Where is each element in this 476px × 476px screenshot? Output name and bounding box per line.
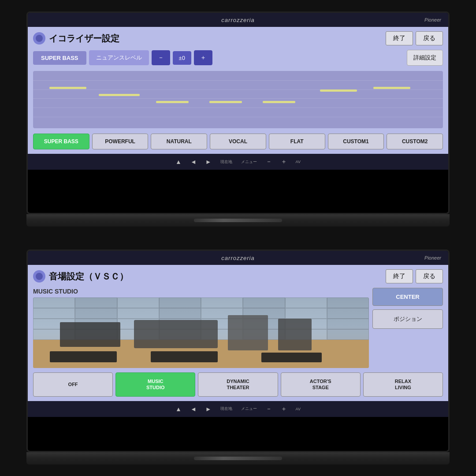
instrument-speaker bbox=[278, 319, 312, 350]
tile bbox=[285, 308, 327, 319]
eq-back-button[interactable]: 戻る bbox=[416, 31, 443, 45]
eq-detail-button[interactable]: 詳細設定 bbox=[407, 50, 443, 66]
ctrl-vol-minus[interactable]: － bbox=[266, 158, 272, 166]
vsc-center-button[interactable]: CENTER bbox=[372, 288, 443, 306]
eq-title-bar: イコライザー設定 終了 戻る bbox=[33, 31, 443, 45]
vsc-title: 音場設定（ＶＳＣ） bbox=[49, 271, 383, 283]
pioneer-label-2: Pioneer bbox=[424, 255, 441, 260]
ctrl-vol-minus-2[interactable]: － bbox=[266, 405, 272, 413]
vsc-icon-inner bbox=[36, 273, 43, 280]
tile bbox=[75, 308, 117, 319]
eq-superbass-button[interactable]: SUPER BASS bbox=[33, 51, 86, 65]
ctrl-right[interactable]: ► bbox=[205, 158, 212, 165]
device-frame-1: carrozzeria Pioneer イコライザー設定 終了 戻る SUPER… bbox=[26, 11, 450, 214]
preset-powerful[interactable]: POWERFUL bbox=[92, 134, 149, 149]
vsc-screen: 音場設定（ＶＳＣ） 終了 戻る MUSIC STUDIO bbox=[28, 265, 448, 401]
eq-slider-4[interactable] bbox=[209, 101, 242, 103]
chrome-2 bbox=[26, 452, 450, 465]
control-bar-2: ▲ ◄ ► 現在地 メニュー － ＋ AV bbox=[28, 401, 448, 417]
brand-bar-1: carrozzeria Pioneer bbox=[28, 13, 448, 27]
eq-slider-6[interactable] bbox=[320, 89, 357, 92]
instrument-drums bbox=[134, 320, 218, 348]
eq-grid bbox=[33, 71, 443, 128]
eq-graph bbox=[33, 71, 443, 128]
ctrl-menu-2[interactable]: メニュー bbox=[241, 406, 257, 412]
vsc-preset-relaxliving[interactable]: RELAXLIVING bbox=[363, 372, 443, 397]
device-frame-2: carrozzeria Pioneer 音場設定（ＶＳＣ） 終了 戻る MUSI… bbox=[26, 249, 450, 452]
vsc-back-button[interactable]: 戻る bbox=[416, 269, 443, 283]
eq-end-button[interactable]: 終了 bbox=[386, 31, 413, 45]
preset-superbass[interactable]: SUPER BASS bbox=[33, 134, 89, 149]
preset-custom2[interactable]: CUSTOM2 bbox=[387, 134, 443, 149]
vsc-position-button[interactable]: ポジション bbox=[372, 309, 443, 329]
pioneer-label-1: Pioneer bbox=[424, 17, 441, 22]
tile bbox=[243, 298, 285, 308]
ctrl-up[interactable]: ▲ bbox=[175, 158, 182, 165]
eq-slider-3[interactable] bbox=[156, 101, 189, 103]
preset-natural[interactable]: NATURAL bbox=[151, 134, 207, 149]
device-chrome-1 bbox=[26, 214, 450, 227]
vsc-right-panel: CENTER ポジション bbox=[372, 288, 443, 368]
grid-line bbox=[33, 98, 443, 99]
tile bbox=[75, 298, 117, 308]
ctrl-vol-plus[interactable]: ＋ bbox=[281, 158, 287, 166]
ctrl-right-2[interactable]: ► bbox=[205, 405, 212, 413]
vsc-presets: OFF MUSICSTUDIO DYNAMICTHEATER ACTOR'SST… bbox=[33, 372, 443, 397]
tile bbox=[327, 298, 369, 308]
ctrl-av-2[interactable]: AV bbox=[296, 407, 301, 411]
vsc-preset-actorstage[interactable]: ACTOR'SSTAGE bbox=[281, 372, 361, 397]
eq-slider-1[interactable] bbox=[49, 87, 86, 89]
eq-zero-button[interactable]: ±0 bbox=[173, 51, 191, 65]
eq-plus-button[interactable]: ＋ bbox=[194, 50, 212, 65]
ctrl-left-2[interactable]: ◄ bbox=[190, 405, 197, 413]
preset-custom1[interactable]: CUSTOM1 bbox=[328, 134, 384, 149]
ctrl-vol-plus-2[interactable]: ＋ bbox=[281, 405, 287, 413]
vsc-venue-title: MUSIC STUDIO bbox=[33, 288, 369, 295]
eq-minus-button[interactable]: － bbox=[152, 50, 170, 65]
tile bbox=[33, 308, 75, 319]
tile bbox=[159, 298, 201, 308]
grid-line bbox=[33, 89, 443, 90]
control-bar-1: ▲ ◄ ► 現在地 メニュー － ＋ AV bbox=[28, 154, 448, 170]
preset-vocal[interactable]: VOCAL bbox=[210, 134, 266, 149]
tile bbox=[117, 298, 159, 308]
vsc-end-button[interactable]: 終了 bbox=[386, 269, 413, 283]
vsc-preset-musicstudio[interactable]: MUSICSTUDIO bbox=[115, 372, 195, 397]
vsc-title-bar: 音場設定（ＶＳＣ） 終了 戻る bbox=[33, 269, 443, 283]
unit-2: carrozzeria Pioneer 音場設定（ＶＳＣ） 終了 戻る MUSI… bbox=[0, 238, 476, 476]
vsc-venue-image bbox=[33, 298, 369, 368]
ctrl-up-2[interactable]: ▲ bbox=[175, 405, 182, 413]
vsc-preset-off[interactable]: OFF bbox=[33, 372, 113, 397]
vsc-content: MUSIC STUDIO bbox=[33, 288, 443, 368]
eq-slider-5[interactable] bbox=[263, 101, 295, 103]
eq-title: イコライザー設定 bbox=[49, 33, 383, 45]
chrome-1 bbox=[26, 214, 450, 227]
eq-slider-7[interactable] bbox=[373, 87, 410, 89]
equipment-box2 bbox=[151, 351, 218, 363]
ctrl-home-2[interactable]: 現在地 bbox=[220, 406, 232, 412]
brand-bar-2: carrozzeria Pioneer bbox=[28, 251, 448, 265]
vsc-preset-dynamictheater[interactable]: DYNAMICTHEATER bbox=[198, 372, 278, 397]
vsc-left-panel: MUSIC STUDIO bbox=[33, 288, 369, 368]
equipment-box1 bbox=[50, 351, 117, 363]
grid-line bbox=[33, 117, 443, 117]
unit-1: carrozzeria Pioneer イコライザー設定 終了 戻る SUPER… bbox=[0, 0, 476, 238]
eq-icon bbox=[33, 32, 45, 45]
eq-icon-inner bbox=[36, 35, 43, 42]
tile bbox=[33, 298, 75, 308]
tile bbox=[327, 308, 369, 319]
preset-flat[interactable]: FLAT bbox=[269, 134, 325, 149]
eq-presets: SUPER BASS POWERFUL NATURAL VOCAL FLAT C… bbox=[33, 134, 443, 149]
brand-name-1: carrozzeria bbox=[221, 17, 254, 23]
tile bbox=[327, 319, 369, 329]
instrument-stand bbox=[228, 315, 268, 350]
ctrl-menu[interactable]: メニュー bbox=[241, 159, 257, 165]
eq-controls: SUPER BASS ニュアンスレベル － ±0 ＋ 詳細設定 bbox=[33, 50, 443, 66]
eq-nuance-button[interactable]: ニュアンスレベル bbox=[89, 50, 149, 65]
eq-screen: イコライザー設定 終了 戻る SUPER BASS ニュアンスレベル － ±0 … bbox=[28, 27, 448, 154]
eq-slider-2[interactable] bbox=[99, 94, 140, 96]
ctrl-home[interactable]: 現在地 bbox=[220, 159, 232, 165]
ctrl-av[interactable]: AV bbox=[296, 160, 301, 164]
ctrl-left[interactable]: ◄ bbox=[190, 158, 197, 165]
tile bbox=[159, 308, 201, 319]
